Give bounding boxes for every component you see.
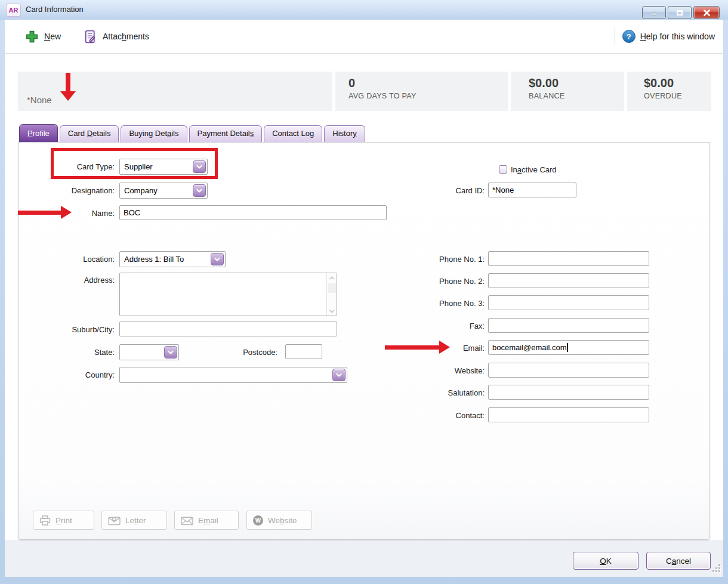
help-icon: ? [622,30,636,43]
fax-label: Fax: [382,322,485,330]
print-button[interactable]: Print [33,511,94,530]
salutation-input[interactable] [488,385,649,400]
letter-icon [108,515,121,526]
country-label: Country: [18,370,115,379]
phone3-input[interactable] [488,295,649,310]
toolbar-separator [615,27,615,45]
chevron-down-icon[interactable] [193,184,206,197]
annotation-rectangle-card-type [51,148,218,179]
location-select[interactable]: Address 1: Bill To [119,251,226,267]
country-select[interactable] [119,367,347,383]
annotation-arrow-down-head [60,91,76,101]
overdue-value: $0.00 [644,76,711,90]
phone2-label: Phone No. 2: [382,277,485,286]
contact-input[interactable] [488,407,649,422]
window-title: Card Information [26,0,84,20]
tab-buying-details[interactable]: Buying Details [121,125,187,142]
chevron-down-icon[interactable] [211,253,224,265]
tab-bar: Profile Card Details Buying Details Paym… [19,125,365,142]
resize-grip[interactable] [712,564,722,574]
tab-profile[interactable]: Profile [19,124,58,142]
titlebar[interactable]: AR Card Information [0,0,728,20]
help-label: Help for this window [640,32,715,41]
attachments-label: Attachments [103,32,149,41]
chevron-down-icon[interactable] [164,346,177,359]
annotation-arrow-down-shaft [66,73,70,92]
designation-label: Designation: [18,186,115,195]
balance-value: $0.00 [529,76,624,90]
address-textarea[interactable] [119,273,337,316]
scrollbar-thumb[interactable] [328,283,336,293]
name-value: BOC [124,208,140,217]
maximize-icon [676,10,683,16]
card-id-input[interactable]: *None [488,183,576,197]
app-icon-ar: AR [6,4,21,17]
website-label: Website: [382,366,485,375]
new-label: New [44,32,61,41]
inactive-card-label: Inactive Card [511,165,594,174]
website-input[interactable] [488,363,649,378]
toolbar: New Attachments ? Help for this window [5,20,723,54]
tab-card-details[interactable]: Card Details [60,125,119,142]
address-label: Address: [18,276,115,285]
attachments-button[interactable]: Attachments [81,27,153,46]
postcode-label: Postcode: [203,348,277,357]
phone1-input[interactable] [488,251,649,266]
designation-select[interactable]: Company [119,183,208,199]
website-button[interactable]: W Website [246,511,312,530]
postcode-input[interactable] [285,344,322,359]
cancel-button[interactable]: Cancel [646,552,711,570]
tab-payment-details[interactable]: Payment Details [189,125,263,142]
contact-label: Contact: [382,411,485,420]
text-cursor [567,343,568,352]
app-icon-text: AR [9,7,18,14]
location-label: Location: [18,255,115,264]
ok-button[interactable]: OK [573,552,638,570]
attachments-icon [85,30,97,44]
address-scrollbar[interactable] [326,273,337,316]
state-select[interactable] [119,344,179,360]
name-input[interactable]: BOC [119,205,387,220]
email-button-label: Email [198,516,218,525]
summary-balance-panel: $0.00 BALANCE [511,72,624,111]
close-icon [703,10,711,16]
website-icon: W [253,515,263,526]
avg-days-value: 0 [348,76,508,90]
email-icon [181,515,193,526]
letter-button[interactable]: Letter [101,511,167,530]
new-button[interactable]: New [21,27,64,46]
email-input[interactable]: bocemail@email.com [488,340,649,355]
fax-input[interactable] [488,318,649,333]
card-id-value: *None [492,186,514,194]
phone1-label: Phone No. 1: [382,255,485,264]
phone3-label: Phone No. 3: [382,299,485,308]
tab-history[interactable]: History [324,125,365,142]
salutation-label: Salutation: [382,388,485,397]
inactive-card-checkbox[interactable] [499,165,507,174]
print-label: Print [55,516,72,525]
minimize-button[interactable] [642,6,666,19]
card-information-window: AR Card Information New Attachments [0,0,728,584]
email-button[interactable]: Email [174,511,239,530]
annotation-arrow-email-shaft [385,345,440,350]
chevron-down-icon[interactable] [332,369,346,381]
help-button[interactable]: ? Help for this window [622,30,715,43]
state-label: State: [18,348,115,357]
website-button-label: Website [268,516,297,525]
scroll-up-icon[interactable] [327,273,337,283]
maximize-button[interactable] [668,6,692,19]
overdue-label: OVERDUE [644,92,711,100]
close-button[interactable] [693,6,720,19]
location-value: Address 1: Bill To [124,252,184,267]
scroll-down-icon[interactable] [327,306,337,316]
card-id-label: Card ID: [382,186,485,195]
letter-label: Letter [125,516,146,525]
phone2-input[interactable] [488,273,649,288]
print-icon [39,515,51,526]
new-plus-icon [25,30,39,44]
suburb-city-input[interactable] [119,322,337,336]
tab-contact-log[interactable]: Contact Log [264,125,322,142]
designation-value: Company [124,183,158,198]
summary-card-name: *None [27,95,52,105]
avg-days-label: AVG DAYS TO PAY [348,92,508,100]
